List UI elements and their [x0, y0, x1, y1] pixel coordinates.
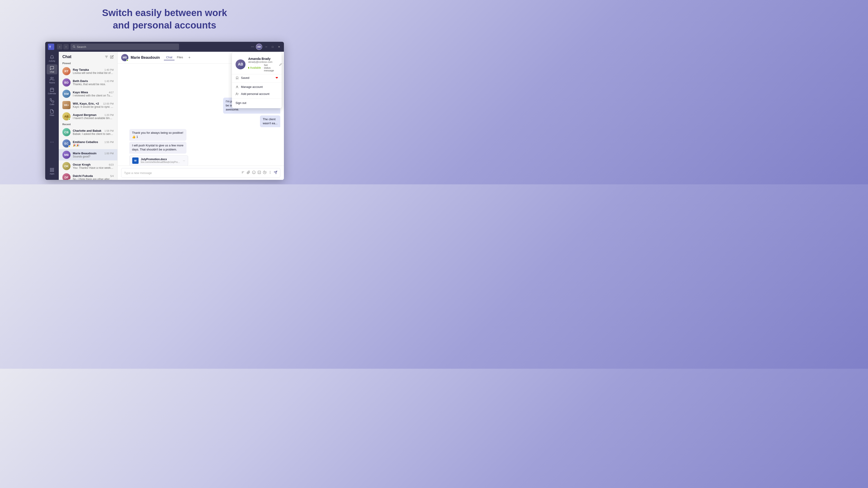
- chat-item-df[interactable]: DF Daichi Fukuda 5/4 No, I think there a…: [59, 172, 117, 180]
- chat-time-ab: 1:20 PM: [104, 113, 114, 116]
- dropdown-add-personal-item[interactable]: Add personal account: [232, 90, 282, 97]
- filter-icon[interactable]: [105, 55, 108, 59]
- more-options-button[interactable]: ···: [251, 45, 254, 49]
- svg-rect-11: [51, 170, 52, 172]
- svg-rect-10: [53, 168, 54, 170]
- search-bar[interactable]: Search: [70, 43, 179, 50]
- chat-icon: [50, 66, 54, 70]
- chat-info-df: Daichi Fukuda 5/4 No, I think there are …: [73, 174, 114, 180]
- chat-item-mb[interactable]: MB Marie Beaudouin 1:00 PM Sounds good?: [59, 149, 117, 160]
- chat-item-km[interactable]: KM Kayo Miwa 4/17 I reviewed with the cl…: [59, 88, 117, 99]
- dropdown-expand-button[interactable]: ⤢: [278, 62, 282, 67]
- chat-item-we[interactable]: WE+ Will, Kayo, Eric, +2 12:00 PM Kayo: …: [59, 99, 117, 111]
- chat-time-km: 4/17: [109, 91, 114, 94]
- file-more-button[interactable]: ···: [183, 159, 185, 162]
- user-dropdown-menu: AB Amanda Brady abrady@contoso.com Avail…: [232, 53, 282, 108]
- message-bubble-m5: Thank you for always being so positive! …: [129, 129, 186, 141]
- chat-list-panel: Chat Pinned RT: [59, 52, 118, 180]
- svg-line-3: [74, 47, 75, 48]
- sidebar-item-activity[interactable]: Activity: [46, 54, 57, 64]
- tab-chat[interactable]: Chat: [164, 55, 175, 60]
- sidebar-nav: Activity Chat Teams: [45, 52, 59, 180]
- user-avatar-button[interactable]: AB: [256, 43, 262, 50]
- chat-preview-ok: You: Thanks! Have a nice weekend: [73, 166, 114, 169]
- chat-info-ok: Oscar Krogh 6/23 You: Thanks! Have a nic…: [73, 163, 114, 169]
- sidebar-item-files[interactable]: Files: [46, 108, 57, 118]
- chat-time-df: 5/4: [110, 175, 114, 177]
- sticker-button[interactable]: [263, 170, 267, 175]
- sidebar-calendar-label: Calendar: [48, 92, 56, 95]
- nav-forward-button[interactable]: ›: [63, 44, 69, 50]
- chat-item-ok[interactable]: OK Oscar Krogh 6/23 You: Thanks! Have a …: [59, 160, 117, 172]
- chat-time-mb: 1:00 PM: [104, 152, 114, 155]
- headline-line1: Switch easily between work: [102, 7, 227, 18]
- chat-item-ab[interactable]: AB August Bergman 1:20 PM I haven't chec…: [59, 111, 117, 122]
- message-bubble-m6: I will push Krystal to give us a few mor…: [129, 142, 186, 153]
- chat-time-rt: 1:40 PM: [104, 68, 114, 71]
- format-button[interactable]: [241, 170, 245, 175]
- dropdown-status-text: Available: [250, 66, 261, 69]
- message-input-area: Type a new message: [118, 166, 284, 180]
- bookmark-icon: [236, 76, 239, 79]
- sidebar-teams-label: Teams: [49, 82, 55, 84]
- sidebar-item-chat[interactable]: Chat: [46, 64, 57, 74]
- dropdown-saved-item[interactable]: Saved ❤: [232, 74, 282, 81]
- emoji-button[interactable]: [252, 170, 256, 175]
- svg-rect-9: [51, 168, 52, 170]
- chat-avatar-ec: EC: [62, 139, 70, 148]
- gif-button[interactable]: GIF: [257, 170, 261, 175]
- chat-list-header: Chat: [59, 52, 117, 61]
- sidebar-item-teams[interactable]: Teams: [46, 75, 57, 85]
- svg-point-22: [270, 172, 270, 172]
- chat-item-cb[interactable]: CB Charlotte and Babak 1:58 PM Babak: I …: [59, 127, 117, 138]
- message-input-placeholder: Type a new message: [124, 171, 239, 175]
- add-person-icon: [236, 92, 239, 96]
- chat-avatar-mb: MB: [62, 151, 70, 159]
- search-placeholder: Search: [77, 45, 86, 48]
- chat-avatar-bd: BD: [62, 78, 70, 87]
- close-button[interactable]: ✕: [277, 44, 281, 49]
- tab-files[interactable]: Files: [175, 55, 185, 60]
- dropdown-manage-account-label: Manage account: [241, 85, 263, 89]
- word-icon: W: [132, 158, 138, 164]
- add-tab-button[interactable]: ＋: [188, 55, 191, 60]
- send-button[interactable]: [274, 170, 277, 175]
- chat-item-rt[interactable]: RT Ray Tanaka 1:40 PM Louisa will send t…: [59, 66, 117, 77]
- minimize-button[interactable]: ─: [264, 44, 269, 49]
- svg-point-27: [236, 93, 237, 94]
- file-card-july-promotion[interactable]: W JulyPromotion.docx box.com/s/w9eo6eua8…: [129, 156, 188, 166]
- dropdown-header: AB Amanda Brady abrady@contoso.com Avail…: [232, 54, 282, 74]
- apps-icon: [50, 168, 54, 172]
- chat-item-bd[interactable]: BD Beth Davis 1:43 PM Thanks, that would…: [59, 77, 117, 88]
- bell-icon: [50, 55, 54, 59]
- chat-info-cb: Charlotte and Babak 1:58 PM Babak: I ask…: [73, 129, 114, 135]
- dropdown-set-status[interactable]: Set status message: [264, 64, 275, 72]
- chat-avatar-we: WE+: [62, 101, 70, 109]
- maximize-button[interactable]: □: [270, 44, 275, 49]
- chat-preview-rt: Louisa will send the initial list of att…: [73, 71, 114, 74]
- chat-contact-avatar: MB: [121, 54, 128, 61]
- dropdown-manage-account-item[interactable]: Manage account: [232, 84, 282, 90]
- sidebar-item-calls[interactable]: Calls: [46, 97, 57, 107]
- sidebar-bottom: Apps: [46, 166, 57, 178]
- dropdown-user-name: Amanda Brady: [248, 57, 275, 61]
- chat-avatar-ok: OK: [62, 162, 70, 170]
- file-card-info: JulyPromotion.docx box.com/s/w9eo6eua89k…: [141, 158, 181, 163]
- teams-icon: [50, 76, 54, 81]
- chat-name-ok: Oscar Krogh: [73, 163, 91, 166]
- compose-icon[interactable]: [110, 55, 114, 59]
- recent-section-label: Recent: [59, 122, 117, 127]
- chat-info-mb: Marie Beaudouin 1:00 PM Sounds good?: [73, 152, 114, 158]
- sidebar-item-apps[interactable]: Apps: [46, 166, 57, 176]
- sidebar-item-calendar[interactable]: Calendar: [46, 86, 57, 96]
- sidebar-more-button[interactable]: ···: [46, 138, 57, 146]
- attach-button[interactable]: [247, 170, 250, 175]
- chat-preview-mb: Sounds good?: [73, 155, 114, 158]
- dropdown-sign-out-item[interactable]: Sign out: [232, 99, 282, 106]
- nav-back-button[interactable]: ‹: [57, 44, 62, 50]
- files-icon: [50, 109, 54, 113]
- page-headline: Switch easily between workand personal a…: [0, 7, 329, 31]
- more-actions-button[interactable]: [268, 170, 272, 175]
- chat-item-ec[interactable]: EC Emiliano Ceballos 1:55 PM 🎉🎉: [59, 138, 117, 149]
- svg-rect-12: [53, 170, 54, 172]
